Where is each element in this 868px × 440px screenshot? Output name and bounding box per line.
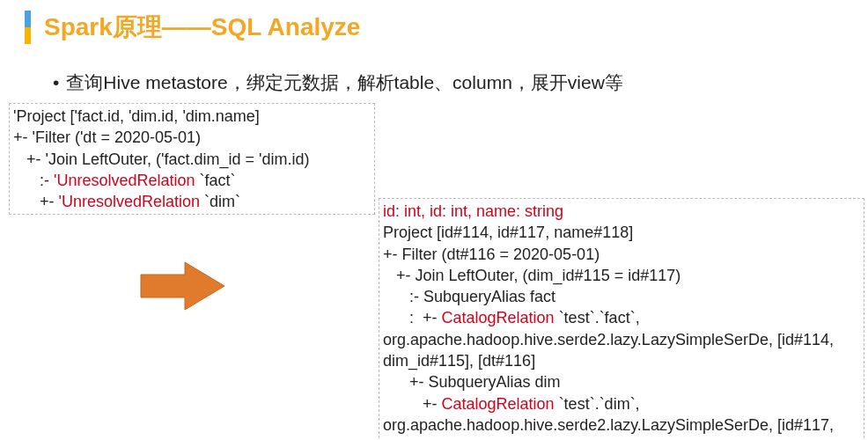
plan-unresolved-token: 'UnresolvedRelation <box>54 172 195 189</box>
bullet-text: 查询Hive metastore，绑定元数据，解析table、column，展开… <box>66 72 622 92</box>
plan-line-prefix: +- <box>13 193 59 210</box>
plan-line-prefix: +- <box>383 395 442 413</box>
unresolved-plan-box: 'Project ['fact.id, 'dim.id, 'dim.name] … <box>9 103 375 215</box>
plan-line-prefix: :- <box>13 172 54 189</box>
bullet-dot-icon: • <box>53 72 59 92</box>
plan-catalog-token: CatalogRelation <box>442 309 555 326</box>
resolved-plan-box: id: int, id: int, name: string Project [… <box>379 198 864 440</box>
plan-unresolved-token: 'UnresolvedRelation <box>59 193 201 210</box>
plan-line: Project [id#114, id#117, name#118] <box>383 224 633 241</box>
plan-line: +- 'Filter ('dt = 2020-05-01) <box>13 128 201 146</box>
plan-schema: id: int, id: int, name: string <box>383 202 563 220</box>
arrow-icon <box>136 255 233 317</box>
plan-line: +- Filter (dt#116 = 2020-05-01) <box>383 246 600 263</box>
svg-marker-0 <box>141 262 224 310</box>
plan-line: +- SubqueryAlias dim <box>383 373 561 391</box>
plan-catalog-token: CatalogRelation <box>442 395 555 413</box>
plan-line-prefix: : +- <box>383 309 442 326</box>
accent-bar <box>25 11 31 44</box>
plan-line: +- 'Join LeftOuter, ('fact.dim_id = 'dim… <box>13 150 309 168</box>
page-title: Spark原理——SQL Analyze <box>44 11 360 44</box>
bullet-line: •查询Hive metastore，绑定元数据，解析table、column，展… <box>53 70 623 95</box>
plan-line: :- SubqueryAlias fact <box>383 288 555 305</box>
plan-line: +- Join LeftOuter, (dim_id#115 = id#117) <box>383 267 680 284</box>
plan-line-suffix: `dim` <box>200 193 240 210</box>
plan-line-suffix: `fact` <box>195 172 236 189</box>
plan-line: 'Project ['fact.id, 'dim.id, 'dim.name] <box>13 107 260 125</box>
